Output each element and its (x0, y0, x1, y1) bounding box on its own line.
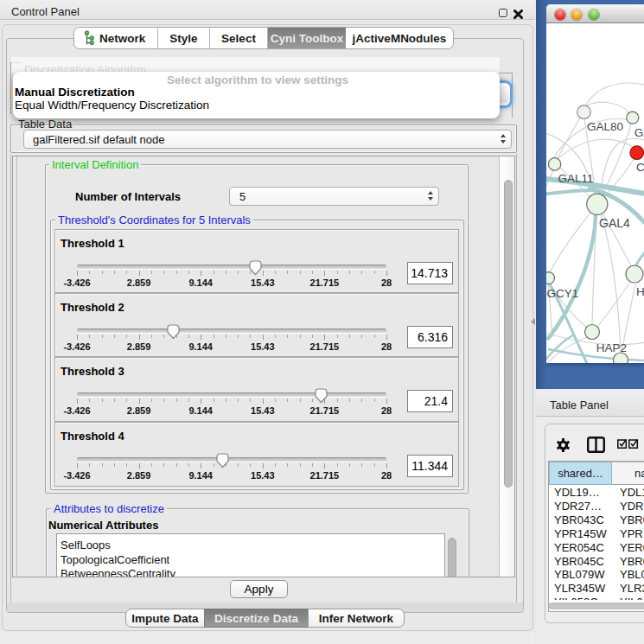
svg-text:GCY1: GCY1 (547, 287, 579, 300)
svg-text:HAP2: HAP2 (596, 341, 627, 354)
svg-text:C: C (636, 161, 644, 174)
svg-text:GA: GA (634, 126, 644, 139)
svg-text:GAL80: GAL80 (587, 120, 623, 133)
svg-text:GAL11: GAL11 (558, 172, 593, 185)
svg-text:H: H (636, 285, 644, 298)
svg-text:GAL4: GAL4 (599, 216, 630, 230)
